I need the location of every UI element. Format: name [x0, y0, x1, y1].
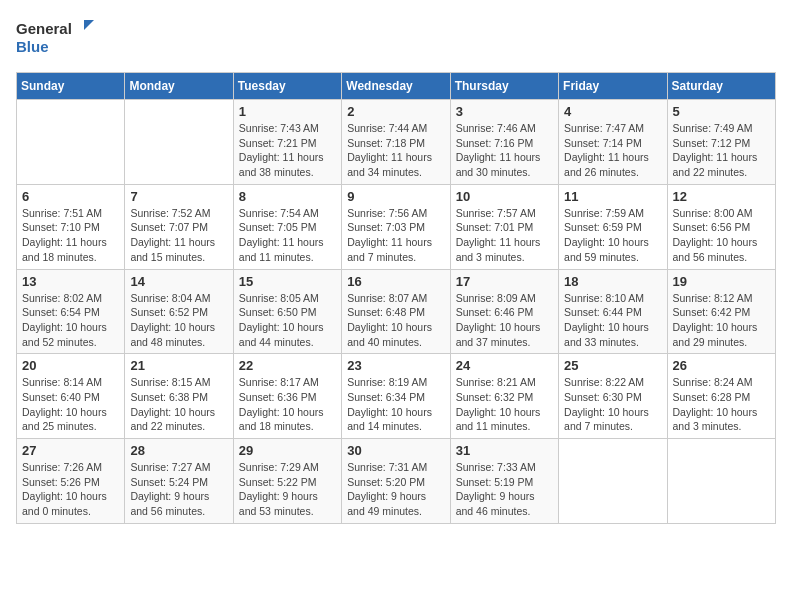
day-cell: 21Sunrise: 8:15 AM Sunset: 6:38 PM Dayli…: [125, 354, 233, 439]
column-header-tuesday: Tuesday: [233, 73, 341, 100]
day-number: 6: [22, 189, 119, 204]
week-row-2: 6Sunrise: 7:51 AM Sunset: 7:10 PM Daylig…: [17, 184, 776, 269]
day-cell: 4Sunrise: 7:47 AM Sunset: 7:14 PM Daylig…: [559, 100, 667, 185]
day-info: Sunrise: 8:19 AM Sunset: 6:34 PM Dayligh…: [347, 375, 444, 434]
day-number: 25: [564, 358, 661, 373]
day-info: Sunrise: 8:07 AM Sunset: 6:48 PM Dayligh…: [347, 291, 444, 350]
day-cell: 14Sunrise: 8:04 AM Sunset: 6:52 PM Dayli…: [125, 269, 233, 354]
day-info: Sunrise: 8:05 AM Sunset: 6:50 PM Dayligh…: [239, 291, 336, 350]
day-number: 5: [673, 104, 770, 119]
day-info: Sunrise: 8:12 AM Sunset: 6:42 PM Dayligh…: [673, 291, 770, 350]
day-number: 9: [347, 189, 444, 204]
day-cell: 25Sunrise: 8:22 AM Sunset: 6:30 PM Dayli…: [559, 354, 667, 439]
day-number: 23: [347, 358, 444, 373]
day-info: Sunrise: 8:09 AM Sunset: 6:46 PM Dayligh…: [456, 291, 553, 350]
day-cell: 17Sunrise: 8:09 AM Sunset: 6:46 PM Dayli…: [450, 269, 558, 354]
day-number: 21: [130, 358, 227, 373]
day-number: 20: [22, 358, 119, 373]
logo-svg: General Blue: [16, 16, 96, 60]
day-number: 30: [347, 443, 444, 458]
day-info: Sunrise: 8:00 AM Sunset: 6:56 PM Dayligh…: [673, 206, 770, 265]
day-info: Sunrise: 7:26 AM Sunset: 5:26 PM Dayligh…: [22, 460, 119, 519]
day-info: Sunrise: 7:44 AM Sunset: 7:18 PM Dayligh…: [347, 121, 444, 180]
column-header-friday: Friday: [559, 73, 667, 100]
day-info: Sunrise: 7:56 AM Sunset: 7:03 PM Dayligh…: [347, 206, 444, 265]
column-header-saturday: Saturday: [667, 73, 775, 100]
day-info: Sunrise: 7:47 AM Sunset: 7:14 PM Dayligh…: [564, 121, 661, 180]
day-cell: 29Sunrise: 7:29 AM Sunset: 5:22 PM Dayli…: [233, 439, 341, 524]
day-cell: 1Sunrise: 7:43 AM Sunset: 7:21 PM Daylig…: [233, 100, 341, 185]
day-number: 2: [347, 104, 444, 119]
day-number: 12: [673, 189, 770, 204]
day-cell: 9Sunrise: 7:56 AM Sunset: 7:03 PM Daylig…: [342, 184, 450, 269]
day-info: Sunrise: 7:49 AM Sunset: 7:12 PM Dayligh…: [673, 121, 770, 180]
day-number: 29: [239, 443, 336, 458]
week-row-1: 1Sunrise: 7:43 AM Sunset: 7:21 PM Daylig…: [17, 100, 776, 185]
day-info: Sunrise: 8:22 AM Sunset: 6:30 PM Dayligh…: [564, 375, 661, 434]
week-row-3: 13Sunrise: 8:02 AM Sunset: 6:54 PM Dayli…: [17, 269, 776, 354]
day-info: Sunrise: 7:57 AM Sunset: 7:01 PM Dayligh…: [456, 206, 553, 265]
day-number: 17: [456, 274, 553, 289]
day-number: 8: [239, 189, 336, 204]
day-info: Sunrise: 8:24 AM Sunset: 6:28 PM Dayligh…: [673, 375, 770, 434]
day-info: Sunrise: 8:15 AM Sunset: 6:38 PM Dayligh…: [130, 375, 227, 434]
day-info: Sunrise: 8:10 AM Sunset: 6:44 PM Dayligh…: [564, 291, 661, 350]
day-number: 1: [239, 104, 336, 119]
day-number: 27: [22, 443, 119, 458]
day-cell: 5Sunrise: 7:49 AM Sunset: 7:12 PM Daylig…: [667, 100, 775, 185]
day-info: Sunrise: 8:02 AM Sunset: 6:54 PM Dayligh…: [22, 291, 119, 350]
logo: General Blue: [16, 16, 96, 60]
column-header-thursday: Thursday: [450, 73, 558, 100]
day-cell: 10Sunrise: 7:57 AM Sunset: 7:01 PM Dayli…: [450, 184, 558, 269]
page-header: General Blue: [16, 16, 776, 60]
day-cell: 15Sunrise: 8:05 AM Sunset: 6:50 PM Dayli…: [233, 269, 341, 354]
day-info: Sunrise: 7:54 AM Sunset: 7:05 PM Dayligh…: [239, 206, 336, 265]
day-cell: 12Sunrise: 8:00 AM Sunset: 6:56 PM Dayli…: [667, 184, 775, 269]
day-cell: 20Sunrise: 8:14 AM Sunset: 6:40 PM Dayli…: [17, 354, 125, 439]
day-cell: 23Sunrise: 8:19 AM Sunset: 6:34 PM Dayli…: [342, 354, 450, 439]
week-row-4: 20Sunrise: 8:14 AM Sunset: 6:40 PM Dayli…: [17, 354, 776, 439]
day-number: 22: [239, 358, 336, 373]
day-cell: 3Sunrise: 7:46 AM Sunset: 7:16 PM Daylig…: [450, 100, 558, 185]
day-number: 15: [239, 274, 336, 289]
day-number: 28: [130, 443, 227, 458]
day-info: Sunrise: 7:52 AM Sunset: 7:07 PM Dayligh…: [130, 206, 227, 265]
day-cell: 24Sunrise: 8:21 AM Sunset: 6:32 PM Dayli…: [450, 354, 558, 439]
day-cell: 26Sunrise: 8:24 AM Sunset: 6:28 PM Dayli…: [667, 354, 775, 439]
day-cell: 8Sunrise: 7:54 AM Sunset: 7:05 PM Daylig…: [233, 184, 341, 269]
day-cell: 16Sunrise: 8:07 AM Sunset: 6:48 PM Dayli…: [342, 269, 450, 354]
day-info: Sunrise: 7:43 AM Sunset: 7:21 PM Dayligh…: [239, 121, 336, 180]
day-cell: 30Sunrise: 7:31 AM Sunset: 5:20 PM Dayli…: [342, 439, 450, 524]
day-number: 13: [22, 274, 119, 289]
day-number: 14: [130, 274, 227, 289]
day-info: Sunrise: 8:21 AM Sunset: 6:32 PM Dayligh…: [456, 375, 553, 434]
day-info: Sunrise: 7:59 AM Sunset: 6:59 PM Dayligh…: [564, 206, 661, 265]
day-number: 31: [456, 443, 553, 458]
day-number: 4: [564, 104, 661, 119]
day-info: Sunrise: 8:17 AM Sunset: 6:36 PM Dayligh…: [239, 375, 336, 434]
day-cell: 7Sunrise: 7:52 AM Sunset: 7:07 PM Daylig…: [125, 184, 233, 269]
day-cell: 22Sunrise: 8:17 AM Sunset: 6:36 PM Dayli…: [233, 354, 341, 439]
day-number: 16: [347, 274, 444, 289]
day-cell: 13Sunrise: 8:02 AM Sunset: 6:54 PM Dayli…: [17, 269, 125, 354]
day-number: 18: [564, 274, 661, 289]
calendar-table: SundayMondayTuesdayWednesdayThursdayFrid…: [16, 72, 776, 524]
week-row-5: 27Sunrise: 7:26 AM Sunset: 5:26 PM Dayli…: [17, 439, 776, 524]
day-number: 10: [456, 189, 553, 204]
day-cell: [17, 100, 125, 185]
svg-text:General: General: [16, 20, 72, 37]
svg-marker-1: [84, 20, 94, 30]
day-info: Sunrise: 7:33 AM Sunset: 5:19 PM Dayligh…: [456, 460, 553, 519]
column-header-sunday: Sunday: [17, 73, 125, 100]
day-cell: 19Sunrise: 8:12 AM Sunset: 6:42 PM Dayli…: [667, 269, 775, 354]
day-info: Sunrise: 7:29 AM Sunset: 5:22 PM Dayligh…: [239, 460, 336, 519]
day-cell: 18Sunrise: 8:10 AM Sunset: 6:44 PM Dayli…: [559, 269, 667, 354]
day-cell: 28Sunrise: 7:27 AM Sunset: 5:24 PM Dayli…: [125, 439, 233, 524]
header-row: SundayMondayTuesdayWednesdayThursdayFrid…: [17, 73, 776, 100]
column-header-wednesday: Wednesday: [342, 73, 450, 100]
day-cell: [667, 439, 775, 524]
day-info: Sunrise: 7:46 AM Sunset: 7:16 PM Dayligh…: [456, 121, 553, 180]
svg-text:Blue: Blue: [16, 38, 49, 55]
day-number: 3: [456, 104, 553, 119]
day-info: Sunrise: 8:04 AM Sunset: 6:52 PM Dayligh…: [130, 291, 227, 350]
